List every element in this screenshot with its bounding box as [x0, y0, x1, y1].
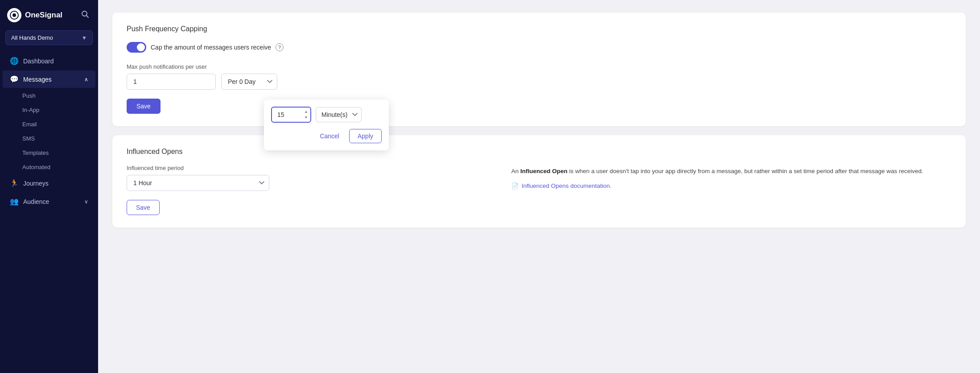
sidebar-item-messages[interactable]: 💬 Messages ∧	[3, 70, 95, 88]
help-icon[interactable]: ?	[276, 43, 284, 51]
sidebar-item-audience[interactable]: 👥 Audience ∨	[3, 193, 95, 210]
max-value-input[interactable]	[127, 74, 216, 90]
sidebar-sub-sms[interactable]: SMS	[3, 132, 95, 145]
influenced-time-select[interactable]: 1 Hour 2 Hours 4 Hours 8 Hours 12 Hours …	[127, 175, 269, 191]
period-select[interactable]: Per 0 Day Per 1 Day Per 7 Days Per 30 Da…	[221, 74, 277, 90]
chevron-up-icon: ∧	[84, 76, 88, 83]
chevron-down-icon: ▼	[82, 35, 87, 41]
chevron-down-icon: ∨	[84, 199, 88, 205]
doc-link-label: Influenced Opens documentation.	[522, 182, 612, 189]
popup-input-row: ▲ ▼ Minute(s) Hour(s) Day(s)	[271, 107, 382, 123]
sidebar-logo: OneSignal	[7, 8, 62, 22]
journeys-icon: 🏃	[10, 179, 19, 187]
influenced-save-button[interactable]: Save	[127, 200, 160, 215]
dashboard-icon: 🌐	[10, 57, 19, 65]
push-capping-save-button[interactable]: Save	[127, 99, 161, 114]
number-input-wrap: ▲ ▼	[271, 107, 311, 123]
time-select-row: 1 Hour 2 Hours 4 Hours 8 Hours 12 Hours …	[127, 175, 494, 191]
logo-text: OneSignal	[25, 11, 62, 20]
search-button[interactable]	[79, 8, 91, 22]
messages-icon: 💬	[10, 75, 19, 83]
influenced-opens-title: Influenced Opens	[127, 148, 951, 156]
sidebar-sub-email[interactable]: Email	[3, 117, 95, 131]
svg-line-3	[86, 15, 89, 17]
influenced-right: An Influenced Open is when a user doesn'…	[511, 165, 951, 215]
toggle-row: Cap the amount of messages users receive…	[127, 42, 951, 53]
sidebar-sub-push[interactable]: Push	[3, 89, 95, 103]
spinner-down-button[interactable]: ▼	[303, 115, 309, 120]
sidebar-sub-templates[interactable]: Templates	[3, 146, 95, 160]
spinner-up-button[interactable]: ▲	[303, 109, 309, 114]
sidebar-sub-in-app[interactable]: In-App	[3, 103, 95, 117]
svg-point-1	[12, 13, 16, 17]
sidebar-item-label: Dashboard	[23, 58, 54, 65]
influenced-bold: Influenced Open	[520, 168, 568, 174]
influenced-opens-card: Influenced Opens Influenced time period …	[112, 135, 966, 228]
sidebar-item-label: Audience	[23, 198, 49, 205]
sidebar: OneSignal All Hands Demo ▼ 🌐 Dashboard 💬…	[0, 0, 98, 373]
sidebar-sub-automated[interactable]: Automated	[3, 160, 95, 174]
form-label: Max push notifications per user	[127, 63, 951, 70]
doc-icon: 📄	[511, 182, 519, 190]
time-label: Influenced time period	[127, 165, 494, 171]
number-spinners: ▲ ▼	[303, 109, 309, 120]
cancel-button[interactable]: Cancel	[315, 130, 344, 142]
influenced-content: Influenced time period 1 Hour 2 Hours 4 …	[127, 165, 951, 215]
doc-link[interactable]: 📄 Influenced Opens documentation.	[511, 182, 951, 190]
logo-icon	[7, 8, 21, 22]
unit-select[interactable]: Minute(s) Hour(s) Day(s)	[316, 107, 362, 122]
popup-actions: Cancel Apply	[271, 129, 382, 143]
sidebar-item-journeys[interactable]: 🏃 Journeys	[3, 174, 95, 192]
sidebar-item-label: Messages	[23, 76, 52, 83]
cap-messages-toggle[interactable]	[127, 42, 146, 53]
sidebar-header: OneSignal	[0, 0, 98, 30]
push-capping-title: Push Frequency Capping	[127, 25, 951, 33]
time-unit-popup: ▲ ▼ Minute(s) Hour(s) Day(s) Cancel Appl…	[264, 99, 389, 150]
toggle-label: Cap the amount of messages users receive	[151, 44, 271, 51]
form-row: Per 0 Day Per 1 Day Per 7 Days Per 30 Da…	[127, 74, 951, 90]
audience-icon: 👥	[10, 197, 19, 206]
main-content: Push Frequency Capping Cap the amount of…	[98, 0, 980, 373]
influenced-left: Influenced time period 1 Hour 2 Hours 4 …	[127, 165, 494, 215]
workspace-selector[interactable]: All Hands Demo ▼	[5, 30, 93, 45]
workspace-name: All Hands Demo	[11, 34, 53, 41]
apply-button[interactable]: Apply	[349, 129, 382, 143]
sidebar-item-dashboard[interactable]: 🌐 Dashboard	[3, 52, 95, 70]
sidebar-item-label: Journeys	[23, 180, 49, 187]
push-capping-card: Push Frequency Capping Cap the amount of…	[112, 12, 966, 126]
influenced-description: An Influenced Open is when a user doesn'…	[511, 166, 951, 176]
